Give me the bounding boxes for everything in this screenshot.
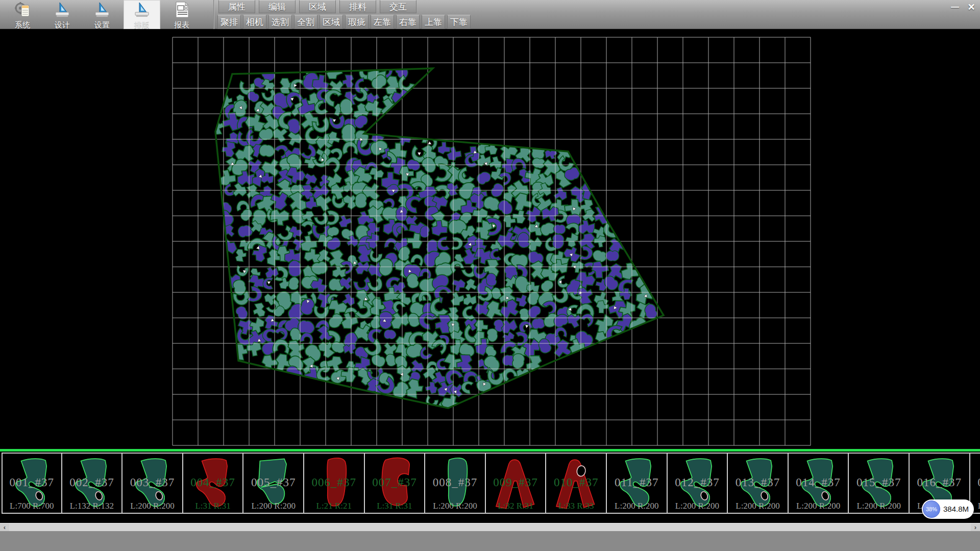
progress-circle: 38% xyxy=(923,500,940,518)
nesting-canvas[interactable] xyxy=(0,29,980,449)
menu-item-3[interactable]: 区域 xyxy=(299,0,336,13)
tool-button-8[interactable]: 右靠 xyxy=(396,15,420,29)
strip-gap xyxy=(0,515,980,523)
tool-button-1[interactable]: 聚排 xyxy=(217,15,241,29)
icon-button-3[interactable]: 设置 xyxy=(84,0,120,29)
tool-button-7[interactable]: 左靠 xyxy=(371,15,394,29)
piece-thumbnail-9[interactable]: 009_#37L:32 R:31 xyxy=(486,453,547,514)
icon-button-label: 系统 xyxy=(15,20,30,30)
piece-lr-count: L:200 R:200 xyxy=(789,501,848,511)
piece-lr-count: L:21 R:21 xyxy=(304,501,364,511)
tool-button-2[interactable]: 相机 xyxy=(243,15,266,29)
tool-button-3[interactable]: 选割 xyxy=(268,15,292,29)
tool-button-4[interactable]: 全割 xyxy=(294,15,317,29)
piece-lr-count: L:200 R:200 xyxy=(243,501,303,511)
piece-lr-count: L:200 R:200 xyxy=(122,501,182,511)
report-document-icon xyxy=(173,0,190,20)
piece-id-label: 007_#37 xyxy=(365,476,425,489)
menu-item-4[interactable]: 排料 xyxy=(339,0,376,13)
piece-thumbnail-10[interactable]: 010_#37L:33 R:33 xyxy=(546,453,607,514)
piece-id-label: 005_#37 xyxy=(243,476,303,489)
piece-thumbnail-strip: 001_#37L:700 R:700002_#37L:132 R:132003_… xyxy=(0,449,980,515)
ruler-icon xyxy=(93,0,111,20)
toolbar-separator xyxy=(213,0,214,29)
piece-lr-count: L:200 R:200 xyxy=(607,501,667,511)
piece-lr-count: L:31 R:31 xyxy=(365,501,425,511)
piece-id-label: 008_#37 xyxy=(425,476,485,489)
menu-item-2[interactable]: 编辑 xyxy=(259,0,296,13)
horizontal-scrollbar[interactable]: ‹ › xyxy=(0,523,980,531)
piece-id-label: 010_#37 xyxy=(546,476,606,489)
tool-button-9[interactable]: 上靠 xyxy=(422,15,445,29)
piece-thumbnail-11[interactable]: 011_#37L:200 R:200 xyxy=(607,453,668,514)
piece-thumbnail-1[interactable]: 001_#37L:700 R:700 xyxy=(2,453,62,514)
piece-thumbnail-15[interactable]: 015_#37L:200 R:200 xyxy=(849,453,910,514)
menu-item-5[interactable]: 交互 xyxy=(380,0,416,13)
piece-id-label: 006_#37 xyxy=(304,476,364,489)
icon-button-5[interactable]: 报表 xyxy=(163,0,200,29)
icon-button-label: 排版 xyxy=(134,20,150,30)
piece-thumbnail-8[interactable]: 008_#37L:200 R:200 xyxy=(425,453,486,514)
memory-value: 384.8M xyxy=(943,499,969,519)
piece-lr-count: L:200 R:200 xyxy=(728,501,788,511)
icon-button-4[interactable]: 排版 xyxy=(124,0,160,29)
toolbar: 系统设计设置排版报表 属性编辑区域排料交互 聚排相机选割全割区域瑕疵左靠右靠上靠… xyxy=(0,0,980,29)
piece-lr-count: L:200 R:200 xyxy=(425,501,485,511)
piece-lr-count: L:31 R:31 xyxy=(183,501,243,511)
piece-id-label: 017_#37 xyxy=(970,476,980,489)
piece-thumbnail-6[interactable]: 006_#37L:21 R:21 xyxy=(304,453,365,514)
piece-id-label: 014_#37 xyxy=(789,476,848,489)
piece-id-label: 002_#37 xyxy=(62,476,122,489)
icon-button-label: 设计 xyxy=(55,20,70,30)
ruler-icon xyxy=(133,0,151,20)
piece-thumbnail-3[interactable]: 003_#37L:200 R:200 xyxy=(122,453,183,514)
scroll-left-arrow-icon[interactable]: ‹ xyxy=(0,523,9,532)
piece-thumbnail-2[interactable]: 002_#37L:132 R:132 xyxy=(62,453,123,514)
piece-thumbnail-14[interactable]: 014_#37L:200 R:200 xyxy=(789,453,849,514)
menu-item-1[interactable]: 属性 xyxy=(218,0,255,13)
application-window: 系统设计设置排版报表 属性编辑区域排料交互 聚排相机选割全割区域瑕疵左靠右靠上靠… xyxy=(0,0,980,551)
piece-id-label: 012_#37 xyxy=(668,476,727,489)
progress-memory-badge: 38% 384.8M xyxy=(922,499,974,519)
piece-lr-count: L:200 R:200 xyxy=(668,501,727,511)
piece-thumbnail-12[interactable]: 012_#37L:200 R:200 xyxy=(668,453,728,514)
icon-button-2[interactable]: 设计 xyxy=(44,0,81,29)
piece-lr-count: L:132 R:132 xyxy=(62,501,122,511)
ruler-icon xyxy=(54,0,71,20)
minimize-button[interactable]: — xyxy=(947,2,963,13)
piece-id-label: 011_#37 xyxy=(607,476,667,489)
tool-button-5[interactable]: 区域 xyxy=(320,15,343,29)
icon-button-label: 设置 xyxy=(94,20,110,30)
piece-id-label: 001_#37 xyxy=(3,476,61,489)
close-button[interactable]: ✕ xyxy=(964,2,979,13)
piece-thumbnail-5[interactable]: 005_#37L:200 R:200 xyxy=(243,453,304,514)
piece-id-label: 009_#37 xyxy=(486,476,546,489)
tool-button-6[interactable]: 瑕疵 xyxy=(345,15,369,29)
piece-lr-count: L:700 R:700 xyxy=(3,501,61,511)
piece-lr-count: L:200 R:200 xyxy=(849,501,909,511)
piece-id-label: 015_#37 xyxy=(849,476,909,489)
piece-id-label: 004_#37 xyxy=(183,476,243,489)
icon-button-1[interactable]: 系统 xyxy=(4,0,41,29)
piece-lr-count: L:32 R:31 xyxy=(486,501,546,511)
tool-button-10[interactable]: 下靠 xyxy=(447,15,471,29)
icon-button-label: 报表 xyxy=(174,20,189,30)
piece-lr-count: L:33 R:33 xyxy=(546,501,606,511)
piece-id-label: 013_#37 xyxy=(728,476,788,489)
scroll-right-arrow-icon[interactable]: › xyxy=(971,523,980,532)
piece-thumbnail-7[interactable]: 007_#37L:31 R:31 xyxy=(365,453,426,514)
gear-system-icon xyxy=(14,0,31,20)
piece-id-label: 003_#37 xyxy=(122,476,182,489)
piece-id-label: 016_#37 xyxy=(910,476,969,489)
piece-thumbnail-4[interactable]: 004_#37L:31 R:31 xyxy=(183,453,244,514)
piece-thumbnail-13[interactable]: 013_#37L:200 R:200 xyxy=(728,453,789,514)
status-bar xyxy=(0,531,980,551)
